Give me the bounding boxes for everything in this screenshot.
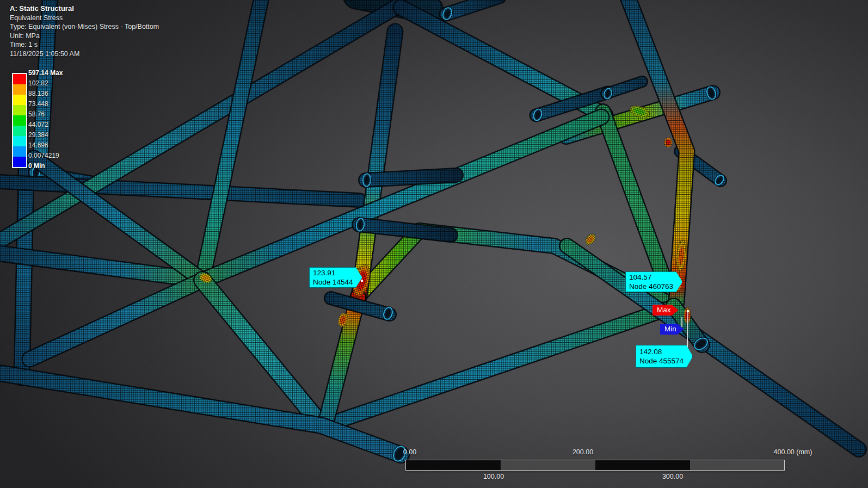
- probe-node: Node 455574: [639, 356, 684, 366]
- frame-tube-left-mid-rail: [0, 182, 359, 200]
- legend-value-4: 58.76: [28, 109, 45, 120]
- min-marker-label: Min: [664, 325, 676, 333]
- legend-seg-8: [13, 157, 26, 167]
- legend-value-6: 29.384: [28, 130, 48, 140]
- ruler-seg-3: [690, 460, 784, 470]
- probe-flag-2[interactable]: 104.57 Node 460763: [625, 271, 682, 292]
- legend-seg-4: [13, 115, 26, 126]
- result-type: Type: Equivalent (von-Mises) Stress - To…: [10, 22, 159, 32]
- legend-seg-5: [13, 126, 26, 136]
- frame-tube-left-vertical-lower: [22, 170, 26, 378]
- probe-flag-3[interactable]: 142.08 Node 455574: [636, 345, 693, 368]
- frame-tube-fork-stub-2: [354, 217, 451, 235]
- ruler-label-400: 400.00 (mm): [774, 448, 812, 456]
- ruler-label-200: 200.00: [572, 448, 593, 456]
- legend-value-8: 0.0074219: [28, 151, 59, 161]
- ruler-seg-2: [595, 460, 690, 470]
- ruler-label-300: 300.00: [662, 473, 683, 480]
- result-datetime: 11/18/2025 1:05:50 AM: [10, 50, 159, 59]
- legend-seg-2: [13, 95, 26, 105]
- probe-flag-1[interactable]: 123.91 Node 14544: [309, 267, 362, 288]
- legend-seg-7: [13, 146, 26, 157]
- probe-value: 142.08: [639, 347, 684, 356]
- result-header: A: Static Structural Equivalent Stress T…: [10, 4, 159, 58]
- ruler-label-0: 0.00: [403, 448, 416, 456]
- legend-seg-0: [13, 74, 26, 84]
- probe-point-dot: [361, 280, 364, 282]
- legend-seg-1: [13, 84, 26, 95]
- frame-mesh-model: [0, 0, 859, 465]
- legend-seg-6: [13, 136, 26, 146]
- frame-tube-steep-left-tube: [202, 0, 262, 280]
- legend-value-7: 14.696: [28, 140, 48, 151]
- result-name: Equivalent Stress: [10, 14, 159, 23]
- legend-value-9: 0 Min: [28, 161, 45, 171]
- ruler-seg-1: [501, 460, 595, 470]
- mechanical-graphics-window: A: Static Structural Equivalent Stress T…: [0, 0, 868, 488]
- frame-tube-bracket-stub-2: [602, 82, 642, 101]
- scale-ruler: 0.00 200.00 400.00 (mm) 100.00 300.00: [405, 448, 785, 484]
- legend-colorbar[interactable]: [12, 73, 27, 168]
- result-unit: Unit: MPa: [10, 32, 159, 41]
- probe-node: Node 460763: [629, 282, 673, 291]
- frame-tube-jl-downleft-rail: [30, 280, 202, 359]
- frame-tube-top-stub: [440, 0, 500, 22]
- result-time: Time: 1 s: [10, 40, 159, 50]
- probe-node: Node 14544: [313, 277, 353, 287]
- legend-seg-3: [13, 105, 26, 115]
- max-marker-label: Max: [657, 306, 671, 314]
- legend-value-1: 102.82: [28, 78, 48, 89]
- ruler-seg-0: [406, 460, 501, 470]
- legend-value-5: 44.072: [28, 120, 48, 130]
- probe-point-dot: [687, 310, 690, 313]
- ruler-bar: [405, 460, 785, 471]
- analysis-title: A: Static Structural: [10, 4, 159, 14]
- legend-value-2: 88.136: [28, 89, 48, 99]
- legend-value-0: 597.14 Max: [28, 68, 63, 78]
- frame-tube-bottom-diag: [325, 307, 674, 425]
- ruler-label-100: 100.00: [483, 473, 504, 480]
- viewport-3d[interactable]: [0, 0, 868, 488]
- probe-value: 123.91: [313, 268, 353, 277]
- legend-value-3: 73.448: [28, 99, 48, 109]
- probe-value: 104.57: [629, 273, 673, 282]
- frame-tube-bottomright-rail: [567, 246, 859, 449]
